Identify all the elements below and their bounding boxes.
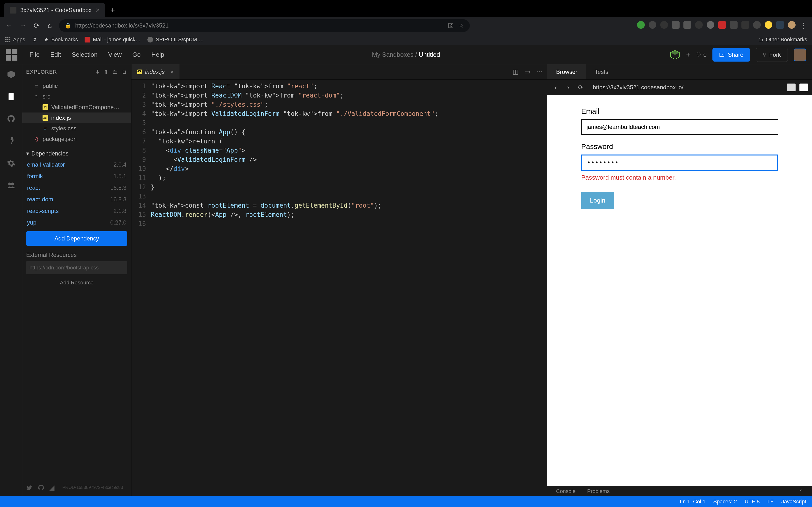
language-mode[interactable]: JavaScript [781, 499, 806, 505]
indent-setting[interactable]: Spaces: 2 [713, 499, 737, 505]
user-avatar[interactable] [794, 49, 806, 61]
code-editor[interactable]: 12345678910111213141516 "tok-kw">import … [132, 80, 547, 496]
eol[interactable]: LF [767, 499, 774, 505]
download-icon[interactable]: ⬇ [95, 69, 100, 75]
file-index-js[interactable]: JS index.js [22, 113, 131, 123]
resource-input[interactable]: https://cdn.com/bootstrap.css [26, 261, 128, 274]
new-folder-icon[interactable]: 🗀 [112, 69, 118, 75]
menu-help[interactable]: Help [147, 49, 168, 61]
dependency-item[interactable]: react-dom16.8.3 [26, 193, 128, 205]
github-icon[interactable] [38, 484, 45, 491]
close-tab-icon[interactable]: × [170, 68, 174, 75]
extension-icon[interactable] [672, 21, 679, 29]
new-tab-button[interactable]: + [105, 3, 120, 17]
twitter-icon[interactable] [26, 484, 33, 491]
login-button[interactable]: Login [581, 192, 614, 209]
close-tab-icon[interactable]: × [96, 6, 100, 14]
preview-forward-icon[interactable]: › [564, 84, 572, 91]
encoding[interactable]: UTF-8 [745, 499, 760, 505]
browser-tab[interactable]: 3x7vlv3521 - CodeSandbox × [4, 3, 105, 17]
email-input[interactable] [581, 119, 778, 135]
extension-icon[interactable] [718, 21, 726, 29]
breadcrumb[interactable]: My Sandboxes / Untitled [372, 51, 440, 58]
activity-github-icon[interactable] [6, 113, 16, 124]
spectrum-icon[interactable]: ◢ [49, 484, 55, 492]
extension-icon[interactable] [730, 21, 738, 29]
password-input[interactable] [581, 155, 778, 171]
extension-icon[interactable] [776, 21, 784, 29]
extension-icon[interactable] [707, 21, 714, 29]
star-icon[interactable]: ☆ [459, 22, 464, 29]
fork-button[interactable]: ⑂ Fork [756, 48, 788, 62]
editor-tab-index[interactable]: JS index.js × [132, 64, 180, 79]
extension-icon[interactable] [765, 21, 772, 29]
dep-name: yup [27, 219, 37, 226]
menu-file[interactable]: File [25, 49, 44, 61]
file-validated-form[interactable]: JS ValidatedFormCompone… [22, 102, 131, 113]
forward-button[interactable]: → [18, 21, 27, 30]
bookmark-item[interactable]: SPIRO ILS/spDM … [147, 37, 204, 43]
extension-icon[interactable] [649, 21, 656, 29]
dependency-item[interactable]: react16.8.3 [26, 182, 128, 193]
likes-counter[interactable]: ♡ 0 [696, 51, 707, 58]
dependency-item[interactable]: formik1.5.1 [26, 170, 128, 182]
expand-panel-icon[interactable]: ⌃ [799, 489, 803, 494]
activity-sandbox-icon[interactable] [6, 69, 16, 80]
share-button[interactable]: ⮹ Share [712, 48, 750, 62]
extension-icon[interactable] [637, 21, 645, 29]
extension-icon[interactable] [683, 21, 691, 29]
preview-fullscreen-icon[interactable] [800, 83, 808, 91]
cursor-position[interactable]: Ln 1, Col 1 [680, 499, 705, 505]
other-bookmarks-button[interactable]: 🗀 Other Bookmarks [758, 37, 807, 43]
dependencies-header[interactable]: ▾ Dependencies [26, 148, 128, 159]
dependency-item[interactable]: react-scripts2.1.8 [26, 205, 128, 217]
preview-reload-icon[interactable]: ⟳ [576, 84, 585, 91]
file-package-json[interactable]: {} package.json [22, 134, 131, 145]
home-button[interactable]: ⌂ [45, 21, 54, 30]
menu-edit[interactable]: Edit [46, 49, 65, 61]
upload-icon[interactable]: ⬆ [104, 69, 108, 75]
extension-icon[interactable] [742, 21, 749, 29]
dependency-item[interactable]: email-validator2.0.4 [26, 159, 128, 170]
reload-button[interactable]: ⟳ [32, 21, 41, 30]
add-dependency-button[interactable]: Add Dependency [26, 231, 128, 246]
split-editor-icon[interactable]: ◫ [513, 68, 519, 75]
dependency-item[interactable]: yup0.27.0 [26, 217, 128, 228]
codesandbox-logo-icon[interactable] [6, 49, 17, 61]
bookmark-item[interactable]: Mail - james.quick… [85, 37, 141, 43]
bookmark-item[interactable]: ★ Bookmarks [44, 37, 78, 43]
sandbox-cube-icon[interactable] [670, 50, 680, 60]
activity-files-icon[interactable] [6, 91, 16, 102]
preview-new-window-icon[interactable] [787, 83, 796, 91]
tab-tests[interactable]: Tests [586, 64, 617, 79]
new-sandbox-button[interactable]: + [686, 51, 691, 59]
extension-icon[interactable] [695, 21, 703, 29]
extension-icon[interactable] [753, 21, 761, 29]
file-styles-css[interactable]: # styles.css [22, 123, 131, 134]
layout-icon[interactable]: ▭ [524, 68, 530, 75]
back-button[interactable]: ← [5, 21, 13, 30]
more-icon[interactable]: ⋯ [536, 68, 543, 75]
activity-settings-icon[interactable] [6, 158, 16, 169]
activity-live-icon[interactable] [6, 180, 16, 191]
folder-public[interactable]: 🗀 public [22, 80, 131, 91]
preview-url-input[interactable] [589, 81, 783, 93]
apps-button[interactable]: Apps [5, 37, 25, 43]
activity-deploy-icon[interactable] [6, 136, 16, 146]
extension-icon[interactable] [660, 21, 668, 29]
address-bar[interactable]: 🔒 https://codesandbox.io/s/3x7vlv3521 ⚿ … [59, 19, 470, 32]
new-file-icon[interactable]: 🗋 [122, 69, 128, 75]
tab-console[interactable]: Console [556, 488, 576, 495]
bookmark-item[interactable]: 🗎 [32, 37, 37, 43]
key-icon[interactable]: ⚿ [448, 22, 454, 29]
preview-back-icon[interactable]: ‹ [551, 84, 560, 91]
menu-view[interactable]: View [104, 49, 126, 61]
profile-avatar-icon[interactable] [788, 21, 796, 29]
tab-problems[interactable]: Problems [587, 488, 610, 495]
chrome-menu-icon[interactable]: ⋮ [800, 21, 807, 30]
add-resource-button[interactable]: Add Resource [26, 276, 128, 289]
menu-selection[interactable]: Selection [67, 49, 102, 61]
tab-browser[interactable]: Browser [547, 64, 586, 79]
folder-src[interactable]: 🗀 src [22, 91, 131, 102]
menu-go[interactable]: Go [128, 49, 145, 61]
